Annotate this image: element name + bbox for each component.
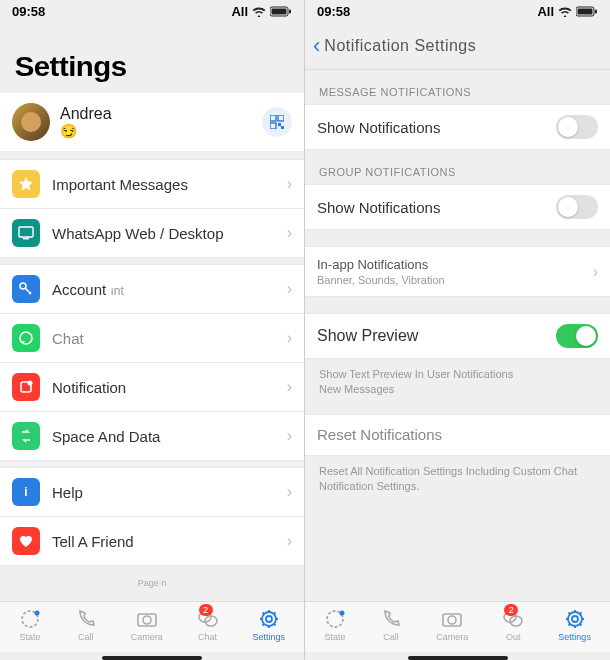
camera-icon [136, 608, 158, 630]
row-help[interactable]: i Help › [0, 467, 304, 517]
svg-point-29 [448, 616, 456, 624]
tab-settings[interactable]: Settings [558, 608, 591, 642]
phone-icon [380, 608, 402, 630]
carrier-label: All [231, 4, 248, 19]
row-label: In-app Notifications [317, 257, 593, 272]
svg-rect-5 [270, 123, 276, 129]
chevron-right-icon: › [287, 224, 292, 242]
info-icon: i [12, 478, 40, 506]
qr-button[interactable] [262, 107, 292, 137]
chat-badge: 2 [199, 604, 213, 616]
battery-icon [270, 6, 292, 17]
row-notification[interactable]: Notification › [0, 363, 304, 412]
group-settings: Account ınt › Chat › Notification › Spac… [0, 264, 304, 461]
profile-row[interactable]: Andrea 😏 [0, 93, 304, 151]
tab-chat[interactable]: 2 Chat [197, 608, 219, 642]
status-ring-icon [19, 608, 41, 630]
row-label: Show Notifications [317, 119, 556, 136]
status-time: 09:58 [317, 4, 350, 19]
row-show-msg-notifications[interactable]: Show Notifications [305, 104, 610, 150]
svg-rect-6 [278, 123, 281, 126]
back-button[interactable]: ‹ [313, 33, 320, 59]
svg-text:i: i [24, 485, 27, 499]
svg-rect-3 [270, 115, 276, 121]
row-show-preview[interactable]: Show Preview [305, 313, 610, 359]
tab-out[interactable]: 2 Out [502, 608, 524, 642]
tab-camera[interactable]: Camera [436, 608, 468, 642]
row-sublabel: Banner, Sounds, Vibration [317, 274, 593, 286]
tab-camera[interactable]: Camera [131, 608, 163, 642]
toggle-show-preview[interactable] [556, 324, 598, 348]
page-note: Page n [0, 572, 304, 594]
status-ring-icon [324, 608, 346, 630]
row-inapp-notifications[interactable]: In-app Notifications Banner, Sounds, Vib… [305, 246, 610, 297]
phone-icon [75, 608, 97, 630]
wifi-icon [558, 6, 572, 17]
star-icon [12, 170, 40, 198]
row-label: Show Preview [317, 327, 556, 345]
row-label: Account ınt [52, 281, 287, 298]
svg-point-11 [20, 332, 32, 344]
status-icons: All [231, 4, 292, 19]
svg-rect-9 [23, 238, 29, 239]
row-label: Important Messages [52, 176, 287, 193]
row-storage[interactable]: Space And Data › [0, 412, 304, 461]
toggle-msg-notifications[interactable] [556, 115, 598, 139]
tab-call[interactable]: Call [380, 608, 402, 642]
camera-icon [441, 608, 463, 630]
row-tell-friend[interactable]: Tell A Friend › [0, 517, 304, 566]
battery-icon [576, 6, 598, 17]
home-indicator [408, 656, 508, 660]
tab-call[interactable]: Call [75, 608, 97, 642]
gear-icon [258, 608, 280, 630]
toggle-group-notifications[interactable] [556, 195, 598, 219]
row-label: Notification [52, 379, 287, 396]
row-label: Tell A Friend [52, 533, 287, 550]
profile-emoji: 😏 [60, 123, 262, 139]
row-show-group-notifications[interactable]: Show Notifications [305, 184, 610, 230]
section-group-notifications: GROUP NOTIFICATIONS [305, 150, 610, 184]
row-label: Help [52, 484, 287, 501]
profile-text: Andrea 😏 [60, 105, 262, 139]
avatar [12, 103, 50, 141]
group-help: i Help › Tell A Friend › [0, 467, 304, 566]
chat-badge: 2 [504, 604, 518, 616]
chevron-right-icon: › [287, 280, 292, 298]
row-important-messages[interactable]: Important Messages › [0, 159, 304, 209]
row-chat[interactable]: Chat › [0, 314, 304, 363]
status-bar: 09:58 All [305, 0, 610, 23]
chevron-right-icon: › [287, 483, 292, 501]
svg-rect-25 [595, 10, 597, 14]
svg-point-27 [340, 611, 345, 616]
tab-settings[interactable]: Settings [253, 608, 286, 642]
chevron-right-icon: › [287, 175, 292, 193]
row-account[interactable]: Account ınt › [0, 264, 304, 314]
nav-header: ‹ Notification Settings [305, 23, 610, 70]
tab-state[interactable]: State [324, 608, 346, 642]
svg-point-13 [28, 381, 33, 386]
notification-icon [12, 373, 40, 401]
chevron-right-icon: › [287, 427, 292, 445]
svg-rect-1 [272, 9, 287, 15]
whatsapp-icon [12, 324, 40, 352]
chevron-right-icon: › [287, 378, 292, 396]
carrier-label: All [537, 4, 554, 19]
chevron-right-icon: › [287, 329, 292, 347]
reset-description: Reset All Notification Settings Includin… [305, 456, 610, 503]
row-whatsapp-web[interactable]: WhatsApp Web / Desktop › [0, 209, 304, 258]
notification-settings-screen: 09:58 All ‹ Notification Settings MESSAG… [305, 0, 610, 660]
row-label: Chat [52, 330, 287, 347]
row-label: WhatsApp Web / Desktop [52, 225, 287, 242]
status-bar: 09:58 All [0, 0, 304, 23]
svg-rect-7 [281, 126, 284, 129]
section-msg-notifications: MESSAGE NOTIFICATIONS [305, 70, 610, 104]
tab-state[interactable]: State [19, 608, 41, 642]
row-label: Reset Notifications [317, 426, 598, 443]
row-reset-notifications[interactable]: Reset Notifications [305, 414, 610, 456]
svg-point-16 [34, 611, 39, 616]
profile-name: Andrea [60, 105, 262, 123]
group-messages: Important Messages › WhatsApp Web / Desk… [0, 159, 304, 258]
row-label: Show Notifications [317, 199, 556, 216]
svg-point-22 [266, 616, 272, 622]
svg-point-33 [572, 616, 578, 622]
